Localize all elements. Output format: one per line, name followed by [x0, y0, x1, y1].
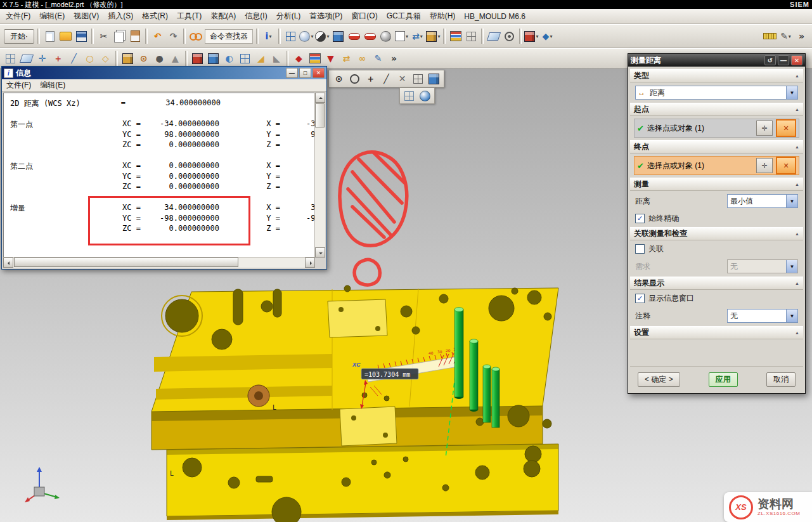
command-finder-icon[interactable]: [188, 29, 203, 44]
snap-endpoint-icon[interactable]: ⊙: [331, 71, 347, 87]
info-window-titlebar[interactable]: i 信息 — □ ✕: [2, 67, 326, 79]
boss-icon[interactable]: ▲: [167, 51, 183, 67]
exact-checkbox[interactable]: ✓: [635, 214, 645, 223]
apply-button[interactable]: 应用: [709, 372, 738, 387]
assembly-cube-icon[interactable]: ▾: [524, 29, 539, 44]
chamfer-icon[interactable]: ◣: [269, 51, 285, 67]
revolve-icon[interactable]: ⊙: [136, 51, 151, 67]
snap-grid-icon[interactable]: [410, 71, 426, 87]
section-association[interactable]: 关联测量和检查 ▲: [630, 227, 803, 240]
color-swatch-icon[interactable]: ▾: [394, 29, 409, 44]
hole-icon[interactable]: ●: [151, 51, 167, 67]
toolbar-overflow-icon[interactable]: »: [386, 51, 402, 67]
menu-item-1[interactable]: 文件(F): [1, 10, 35, 23]
immediate-hide-icon[interactable]: [362, 29, 378, 44]
annotation-pencil-icon[interactable]: ✎▾: [778, 29, 794, 44]
menu-item-10[interactable]: 首选项(P): [305, 10, 347, 23]
point-dialog-button[interactable]: ✛: [756, 158, 773, 173]
filter-icon[interactable]: ▼: [323, 51, 338, 67]
subtract-icon[interactable]: [205, 51, 221, 67]
constraint-icon[interactable]: ◆▾: [539, 29, 555, 44]
layer-stack-icon[interactable]: [307, 51, 323, 67]
pattern-icon[interactable]: [237, 51, 253, 67]
menu-item-9[interactable]: 分析(L): [272, 10, 306, 23]
start-menu-button[interactable]: 开始·: [4, 29, 34, 44]
snap-line-icon[interactable]: ╱: [378, 71, 394, 87]
info-menu-item-1[interactable]: 文件(F): [6, 80, 31, 91]
view-layout-icon[interactable]: [463, 29, 479, 44]
info-menu-item-2[interactable]: 编辑(E): [40, 80, 65, 91]
menu-item-2[interactable]: 编辑(E): [35, 10, 69, 23]
cancel-button[interactable]: 取消: [766, 372, 796, 387]
arc-icon[interactable]: ○: [82, 51, 98, 67]
section-settings[interactable]: 设置 ▲: [630, 326, 803, 339]
dropdown-arrow-icon[interactable]: ▼: [786, 86, 797, 99]
horizontal-scroll-thumb[interactable]: [14, 258, 238, 267]
scroll-right-button[interactable]: [305, 258, 315, 268]
paste-icon[interactable]: [127, 29, 143, 44]
menu-item-11[interactable]: 窗口(O): [347, 10, 382, 23]
point-inferred-button[interactable]: ✕: [776, 157, 796, 174]
dropdown-arrow-icon[interactable]: ▼: [786, 310, 797, 322]
new-file-icon[interactable]: [42, 29, 58, 44]
section-measurement[interactable]: 测量 ▲: [630, 178, 803, 191]
grid-display-icon[interactable]: [401, 88, 417, 104]
horizontal-scrollbar[interactable]: [3, 257, 315, 268]
dialog-titlebar[interactable]: 测量距离 ↺ — ✕: [628, 54, 805, 67]
snap-plus-icon[interactable]: ＋: [363, 71, 378, 87]
extrude-icon[interactable]: [120, 51, 136, 67]
vertical-scroll-thumb[interactable]: [315, 103, 325, 127]
save-icon[interactable]: [74, 29, 89, 44]
open-file-icon[interactable]: [58, 29, 74, 44]
redo-icon[interactable]: ↷: [165, 29, 181, 44]
dialog-reset-icon[interactable]: ↺: [764, 55, 776, 65]
show-info-checkbox[interactable]: ✓: [635, 294, 645, 303]
info-window[interactable]: i 信息 — □ ✕ 文件(F)编辑(E) 2D 距离 (WCS Xz)=34.…: [1, 66, 327, 270]
snap-circle-icon[interactable]: [347, 71, 363, 87]
view-orientation-icon[interactable]: ▾: [299, 29, 314, 44]
annotation-combo[interactable]: 无 ▼: [727, 309, 798, 323]
sketch-icon[interactable]: ◇: [98, 51, 113, 67]
measure-distance-dialog[interactable]: 测量距离 ↺ — ✕ 类型 ▲ ↔ 距离 ▼ 起点 ▲ ✔: [628, 53, 806, 394]
menu-item-12[interactable]: GC工具箱: [382, 10, 425, 23]
scroll-left-button[interactable]: [3, 258, 13, 268]
intersect-icon[interactable]: ◐: [221, 51, 237, 67]
show-hide-icon[interactable]: [346, 29, 362, 44]
toolbar-overflow-icon[interactable]: »: [794, 29, 809, 44]
scroll-down-button[interactable]: [315, 247, 325, 258]
snap-target-icon[interactable]: [501, 29, 517, 44]
menu-item-7[interactable]: 装配(A): [206, 10, 240, 23]
start-point-selection[interactable]: ✔ 选择点或对象 (1) ✛ ✕: [634, 119, 799, 138]
glasses-icon[interactable]: ∞: [354, 51, 370, 67]
window-capture-icon[interactable]: [283, 29, 299, 44]
edge-blend-icon[interactable]: ◢: [253, 51, 269, 67]
undo-icon[interactable]: ↶: [150, 29, 165, 44]
restore-button[interactable]: □: [299, 68, 311, 78]
scroll-up-button[interactable]: [315, 93, 325, 103]
sketch-pencil-icon[interactable]: ✎: [370, 51, 386, 67]
measure-ruler-icon[interactable]: [762, 29, 778, 44]
point-inferred-button[interactable]: ✕: [776, 119, 796, 137]
unite-icon[interactable]: [190, 51, 205, 67]
section-end-point[interactable]: 终点 ▲: [630, 140, 803, 153]
type-combo[interactable]: ↔ 距离 ▼: [635, 86, 798, 100]
orient-view-cube-icon[interactable]: ▾: [425, 29, 441, 44]
section-type[interactable]: 类型 ▲: [630, 69, 803, 82]
minimize-button[interactable]: —: [286, 68, 298, 78]
dialog-minimize-icon[interactable]: —: [778, 55, 789, 65]
section-results[interactable]: 结果显示 ▲: [630, 277, 803, 290]
dropdown-arrow-icon[interactable]: ▼: [786, 195, 797, 207]
menu-item-13[interactable]: 帮助(H): [425, 10, 460, 23]
rendering-style-icon[interactable]: ▾: [314, 29, 330, 44]
window-titlebar[interactable]: X 7.5 - 建模 - [_model2.prt （修改的）] SIEM: [0, 0, 812, 9]
close-button[interactable]: ✕: [313, 68, 325, 78]
end-point-selection[interactable]: ✔ 选择点或对象 (1) ✛ ✕: [634, 156, 799, 175]
layer-settings-icon[interactable]: [448, 29, 463, 44]
menu-item-5[interactable]: 格式(R): [138, 10, 172, 23]
pan-rotate-icon[interactable]: ⇄▾: [409, 29, 425, 44]
datum-plane-icon[interactable]: [18, 51, 34, 67]
menu-item-6[interactable]: 工具(T): [172, 10, 206, 23]
dialog-close-icon[interactable]: ✕: [791, 55, 802, 65]
line-icon[interactable]: ╱: [66, 51, 82, 67]
display-cube-icon[interactable]: [330, 29, 346, 44]
